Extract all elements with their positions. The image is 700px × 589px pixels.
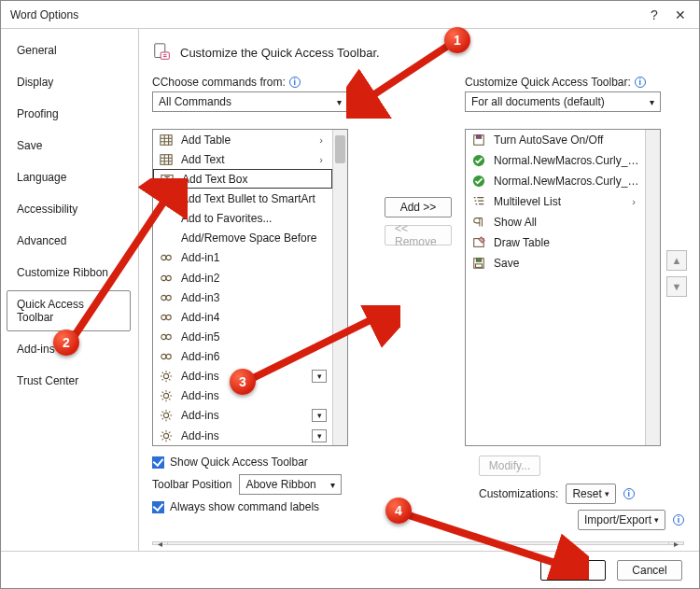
qat-item[interactable]: Normal.NewMacros.Curly_Quotes: [466, 150, 645, 171]
qat-item[interactable]: Normal.NewMacros.Curly_Apost: [466, 171, 645, 191]
horizontal-scrollbar[interactable]: ◂ ▸: [152, 541, 684, 545]
ok-button[interactable]: OK: [540, 560, 606, 581]
toolbar-position-combo[interactable]: Above Ribbon ▾: [239, 474, 342, 495]
sidebar-item-display[interactable]: Display: [7, 68, 131, 96]
svg-point-12: [161, 295, 166, 300]
dropdown-icon[interactable]: ▾: [312, 370, 327, 383]
always-show-labels-checkbox[interactable]: [152, 501, 164, 513]
show-qat-checkbox[interactable]: [152, 456, 164, 469]
command-item[interactable]: Add Text Box: [153, 169, 332, 189]
sidebar-item-proofing[interactable]: Proofing: [7, 100, 131, 128]
remove-button[interactable]: << Remove: [385, 225, 452, 245]
dialog-footer: OK Cancel: [1, 551, 699, 588]
qat-item[interactable]: Turn AutoSave On/Off: [466, 130, 645, 150]
svg-point-13: [166, 295, 171, 300]
command-label: Add Text Box: [182, 173, 326, 186]
command-item[interactable]: Add-in6: [153, 346, 332, 366]
customize-qat-combo[interactable]: For all documents (default) ▾: [465, 91, 661, 112]
command-label: Add-in5: [181, 330, 327, 344]
move-up-button[interactable]: ▲: [666, 250, 687, 271]
main-panel: Customize the Quick Access Toolbar. CCho…: [139, 29, 699, 551]
customize-qat-label: Customize Quick Access Toolbar:: [465, 76, 631, 89]
command-item[interactable]: Add-in4: [153, 307, 332, 327]
toolbar-position-label: Toolbar Position: [152, 478, 231, 491]
svg-point-7: [161, 202, 163, 203]
qat-listbox[interactable]: Turn AutoSave On/OffNormal.NewMacros.Cur…: [465, 129, 661, 446]
command-label: Add-in2: [181, 272, 327, 285]
scrollbar[interactable]: [332, 130, 347, 445]
svg-point-9: [166, 256, 171, 260]
qat-item-label: Turn AutoSave On/Off: [494, 133, 639, 147]
info-icon[interactable]: i: [289, 77, 301, 88]
modify-button[interactable]: Modify...: [479, 456, 540, 476]
options-sidebar: General Display Proofing Save Language A…: [1, 29, 139, 551]
svg-point-18: [161, 354, 166, 358]
help-button[interactable]: ?: [641, 4, 667, 26]
addin-icon: [159, 330, 174, 344]
command-item[interactable]: Add-in2: [153, 268, 332, 287]
command-item[interactable]: Add Text Bullet to SmartArt: [153, 189, 332, 208]
command-label: Add-ins: [181, 409, 304, 422]
command-item[interactable]: Add-in3: [153, 287, 332, 307]
cancel-button[interactable]: Cancel: [617, 560, 682, 581]
check-icon: [471, 154, 486, 167]
svg-point-8: [161, 256, 166, 260]
sidebar-item-save[interactable]: Save: [7, 132, 131, 160]
command-item[interactable]: Add-in5: [153, 327, 332, 346]
sidebar-item-language[interactable]: Language: [7, 163, 131, 191]
command-label: Add Table: [181, 133, 308, 147]
command-item[interactable]: Add-ins▾: [153, 406, 332, 426]
import-export-button[interactable]: Import/Export▾: [578, 510, 665, 530]
scroll-left-icon[interactable]: ◂: [153, 542, 168, 544]
command-item[interactable]: Add-in1: [153, 248, 332, 268]
draw-icon: [471, 236, 486, 249]
sidebar-item-advanced[interactable]: Advanced: [7, 227, 131, 255]
choose-commands-combo[interactable]: All Commands ▾: [152, 91, 348, 112]
reset-button[interactable]: Reset▾: [566, 484, 615, 504]
scrollbar[interactable]: [645, 130, 660, 445]
command-item[interactable]: Add Table›: [153, 130, 332, 149]
svg-point-20: [163, 374, 168, 379]
info-icon[interactable]: i: [673, 514, 684, 526]
commands-listbox[interactable]: Add Table›Add Text›Add Text BoxAdd Text …: [152, 129, 348, 446]
command-item[interactable]: Add/Remove Space Before: [153, 229, 332, 248]
add-button[interactable]: Add >>: [385, 197, 452, 217]
sidebar-item-quick-access-toolbar[interactable]: Quick Access Toolbar: [7, 290, 131, 331]
sidebar-item-customize-ribbon[interactable]: Customize Ribbon: [7, 259, 131, 287]
svg-point-15: [166, 315, 171, 319]
command-item[interactable]: Add-ins▾: [153, 426, 332, 445]
sidebar-item-general[interactable]: General: [7, 36, 131, 64]
addin-icon: [159, 350, 174, 363]
qat-item[interactable]: Draw Table: [466, 232, 645, 253]
svg-rect-1: [161, 52, 169, 59]
sidebar-item-trust-center[interactable]: Trust Center: [7, 367, 131, 395]
qat-item[interactable]: Save: [466, 253, 645, 273]
info-icon[interactable]: i: [635, 77, 646, 88]
chevron-down-icon: ▾: [650, 97, 654, 107]
gear-icon: [159, 389, 174, 402]
svg-point-10: [161, 275, 166, 280]
command-item[interactable]: Add to Favorites...: [153, 209, 332, 229]
gear-icon: [159, 409, 174, 422]
choose-commands-value: All Commands: [159, 95, 231, 108]
dropdown-icon[interactable]: ▾: [312, 409, 327, 422]
always-show-labels-label: Always show command labels: [170, 500, 319, 513]
sidebar-item-accessibility[interactable]: Accessibility: [7, 195, 131, 223]
dropdown-icon[interactable]: ▾: [312, 429, 327, 442]
svg-point-6: [161, 198, 163, 200]
qat-item-label: Normal.NewMacros.Curly_Quotes: [494, 154, 639, 167]
qat-item[interactable]: Multilevel List›: [466, 191, 645, 212]
annotation-badge-2: 2: [53, 330, 79, 356]
chevron-right-icon: ›: [628, 196, 639, 207]
chevron-right-icon: ›: [315, 134, 327, 146]
svg-point-16: [161, 334, 166, 339]
close-button[interactable]: ✕: [667, 4, 693, 26]
qat-item[interactable]: Show All: [466, 212, 645, 232]
move-down-button[interactable]: ▼: [666, 276, 687, 297]
chevron-right-icon: ›: [315, 154, 327, 165]
info-icon[interactable]: i: [623, 488, 635, 499]
qat-item-label: Save: [494, 257, 639, 270]
command-item[interactable]: Add Text›: [153, 149, 332, 169]
scroll-right-icon[interactable]: ▸: [668, 542, 683, 544]
word-options-dialog: Word Options ? ✕ General Display Proofin…: [0, 0, 700, 589]
